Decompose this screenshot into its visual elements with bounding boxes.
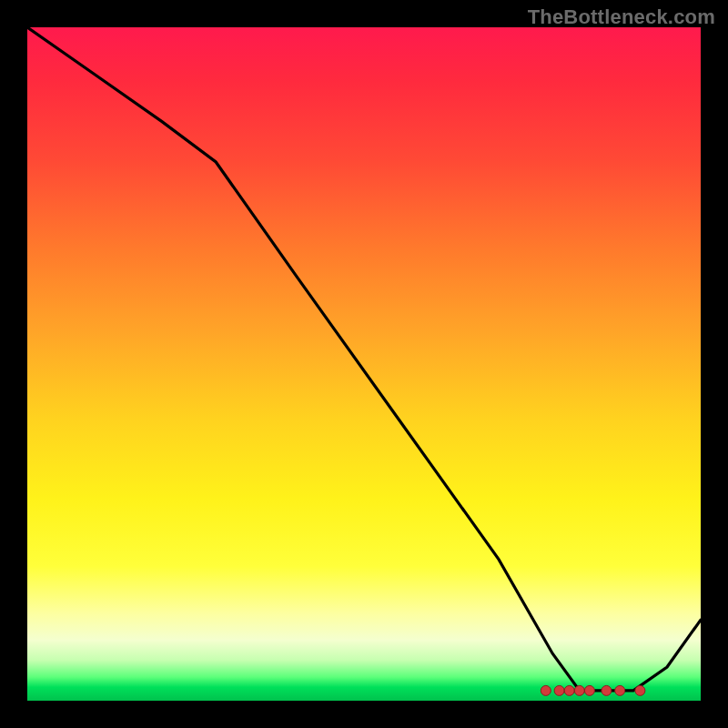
marker-dot: [554, 685, 564, 695]
marker-dot: [584, 685, 594, 695]
marker-dot: [635, 685, 645, 695]
marker-dot: [541, 685, 551, 695]
marker-dot: [564, 685, 574, 695]
main-curve: [27, 27, 701, 691]
marker-dot: [574, 685, 584, 695]
marker-dot: [615, 685, 625, 695]
chart-frame: TheBottleneck.com: [0, 0, 728, 728]
marker-dot: [602, 685, 612, 695]
chart-svg: [27, 27, 701, 701]
plot-area: [27, 27, 701, 701]
watermark-text: TheBottleneck.com: [528, 5, 715, 29]
